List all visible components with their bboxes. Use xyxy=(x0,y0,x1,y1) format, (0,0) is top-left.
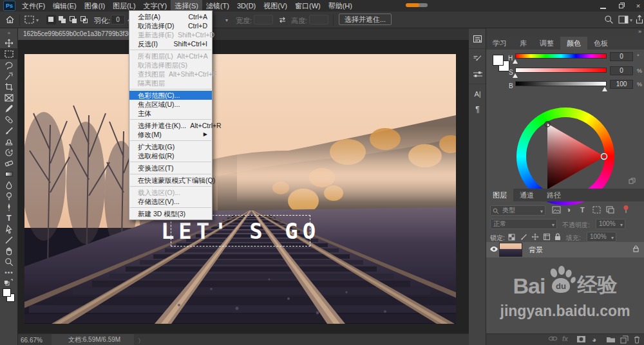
menu-help[interactable]: 帮助(H) xyxy=(325,0,356,12)
menu-item-save-selection[interactable]: 存储选区(V)... xyxy=(129,197,212,206)
blend-mode-dropdown[interactable]: 正常 ▾ xyxy=(490,219,557,229)
menu-item-subject[interactable]: 主体 xyxy=(129,109,212,118)
saturation-slider[interactable] xyxy=(515,68,607,73)
menu-file[interactable]: 文件(F) xyxy=(18,0,49,12)
menu-item-select-all[interactable]: 全部(A)Ctrl+A xyxy=(129,12,212,21)
eyedropper-tool[interactable] xyxy=(0,103,18,114)
subtract-from-selection-mode-button[interactable] xyxy=(68,15,78,24)
layer-thumbnail[interactable] xyxy=(499,243,522,257)
home-icon[interactable] xyxy=(5,15,15,26)
path-selection-tool[interactable] xyxy=(0,223,18,234)
lasso-tool[interactable] xyxy=(0,59,18,70)
filter-smart-objects-icon[interactable] xyxy=(606,206,614,215)
menu-item-select-and-mask[interactable]: 选择并遮住(K)...Alt+Ctrl+R xyxy=(129,121,212,130)
layer-name[interactable]: 背景 xyxy=(529,245,543,255)
share-icon[interactable] xyxy=(635,15,644,26)
layer-visibility-eye-icon[interactable] xyxy=(489,246,498,254)
menu-item-focus-area[interactable]: 焦点区域(U)... xyxy=(129,100,212,109)
document-canvas[interactable]: LET' S GO xyxy=(24,54,456,324)
menu-window[interactable]: 窗口(W) xyxy=(291,0,325,12)
hue-value-input[interactable]: 0 xyxy=(610,52,633,61)
new-group-icon[interactable] xyxy=(606,335,616,344)
swap-dimensions-icon[interactable] xyxy=(278,15,287,25)
tab-channels[interactable]: 通道 xyxy=(513,189,540,201)
move-tool[interactable] xyxy=(0,37,18,48)
gradient-tool[interactable] xyxy=(0,169,18,180)
opacity-dropdown[interactable]: 100% ▾ xyxy=(596,219,625,229)
new-layer-icon[interactable] xyxy=(620,335,629,345)
layer-style-fx-icon[interactable]: fx xyxy=(562,335,568,342)
lock-position-icon[interactable] xyxy=(531,233,539,242)
width-input[interactable] xyxy=(254,15,273,24)
tab-libraries[interactable]: 库 xyxy=(513,37,533,50)
status-chevron-icon[interactable]: 〉 xyxy=(138,337,144,345)
add-layer-mask-icon[interactable] xyxy=(576,335,586,344)
restore-button[interactable] xyxy=(617,1,626,10)
tab-color[interactable]: 颜色 xyxy=(560,37,587,50)
menu-item-color-range[interactable]: 色彩范围(C)... xyxy=(129,91,212,100)
zoom-tool[interactable] xyxy=(0,256,18,267)
workspace-icon[interactable] xyxy=(618,15,629,25)
new-selection-mode-button[interactable] xyxy=(46,15,56,24)
lock-artboard-icon[interactable] xyxy=(543,233,551,242)
height-input[interactable] xyxy=(309,15,328,24)
history-brush-tool[interactable] xyxy=(0,147,18,158)
fill-dropdown[interactable]: 100% ▾ xyxy=(587,232,616,242)
history-panel-icon[interactable] xyxy=(469,31,486,46)
color-panel-resize-icon[interactable] xyxy=(629,176,636,187)
search-icon[interactable] xyxy=(604,15,614,26)
tab-adjustments[interactable]: 调整 xyxy=(533,37,560,50)
edit-toolbar-ellipsis-icon[interactable]: ••• xyxy=(0,267,18,278)
brightness-slider-thumb[interactable] xyxy=(602,87,607,91)
new-adjustment-layer-icon[interactable]: ◕ xyxy=(592,335,596,344)
intersect-selection-mode-button[interactable] xyxy=(79,15,89,24)
tab-swatches[interactable]: 色板 xyxy=(587,37,614,50)
magic-wand-tool[interactable] xyxy=(0,70,18,81)
filter-adjustment-layers-icon[interactable]: ◑ xyxy=(566,205,571,214)
lock-all-icon[interactable] xyxy=(554,233,561,242)
hue-slider-thumb[interactable] xyxy=(513,59,518,64)
tab-learn[interactable]: 学习 xyxy=(486,37,513,50)
default-swap-colors-icon[interactable] xyxy=(0,278,18,286)
layer-row-background[interactable]: 背景 xyxy=(486,242,644,257)
blur-tool[interactable] xyxy=(0,180,18,191)
minimize-button[interactable] xyxy=(599,1,608,10)
workspace-chevron-icon[interactable]: ▾ xyxy=(630,17,632,23)
color-panel-foreground-swatch[interactable] xyxy=(493,55,504,66)
toolbar-collapse-icon[interactable]: » xyxy=(0,28,18,37)
dodge-tool[interactable] xyxy=(0,191,18,201)
hue-slider[interactable] xyxy=(515,53,607,59)
character-panel-icon[interactable]: A| xyxy=(469,86,486,102)
zoom-level-field[interactable]: 66.67% xyxy=(21,337,43,344)
saturation-value-input[interactable]: 0 xyxy=(610,66,633,75)
lock-transparency-icon[interactable] xyxy=(508,234,515,242)
menu-item-grow[interactable]: 扩大选取(G) xyxy=(129,142,212,151)
saturation-slider-thumb[interactable] xyxy=(513,73,518,78)
menu-item-deselect[interactable]: 取消选择(D)Ctrl+D xyxy=(129,21,212,30)
lock-image-icon[interactable] xyxy=(520,233,527,242)
menu-item-inverse[interactable]: 反选(I)Shift+Ctrl+I xyxy=(129,39,212,48)
add-to-selection-mode-button[interactable] xyxy=(57,15,67,24)
feather-input[interactable]: 0 xyxy=(111,15,125,24)
menu-item-similar[interactable]: 选取相似(R) xyxy=(129,151,212,160)
menu-item-new-3d-extrusion[interactable]: 新建 3D 模型(3) xyxy=(129,209,212,218)
clone-stamp-tool[interactable] xyxy=(0,136,18,147)
close-button[interactable]: × xyxy=(634,1,643,10)
filter-toggle-pin-icon[interactable] xyxy=(623,205,629,215)
menu-item-edit-in-quick-mask[interactable]: 在快速蒙版模式下编辑(Q) xyxy=(129,176,212,185)
menu-3d[interactable]: 3D(D) xyxy=(233,0,260,12)
type-tool[interactable]: T xyxy=(0,212,18,223)
menu-item-transform-selection[interactable]: 变换选区(T) xyxy=(129,163,212,172)
eraser-tool[interactable] xyxy=(0,158,18,169)
tab-layers[interactable]: 图层 xyxy=(486,189,513,201)
rectangular-marquee-tool[interactable] xyxy=(0,48,18,59)
tool-preset-chevron-icon[interactable]: ▾ xyxy=(36,17,39,23)
select-and-mask-button[interactable]: 选择并遮住... xyxy=(339,14,392,25)
spot-healing-brush-tool[interactable] xyxy=(0,114,18,125)
brightness-value-input[interactable]: 100 xyxy=(610,80,633,89)
filter-shape-layers-icon[interactable] xyxy=(592,206,601,215)
brushes-panel-icon[interactable] xyxy=(469,66,486,82)
foreground-color-swatch[interactable] xyxy=(3,288,11,297)
panel-collapse-icon[interactable]: » xyxy=(638,28,641,35)
shape-tool[interactable] xyxy=(0,234,18,245)
